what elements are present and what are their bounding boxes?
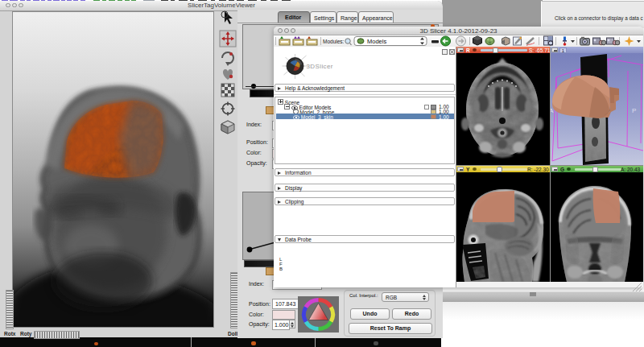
svg-text:Modules:: Modules: <box>323 39 345 44</box>
svg-text:P: P <box>632 107 636 114</box>
svg-text:3DSlicer: 3DSlicer <box>307 63 333 70</box>
svg-text:Models: Models <box>367 38 386 45</box>
